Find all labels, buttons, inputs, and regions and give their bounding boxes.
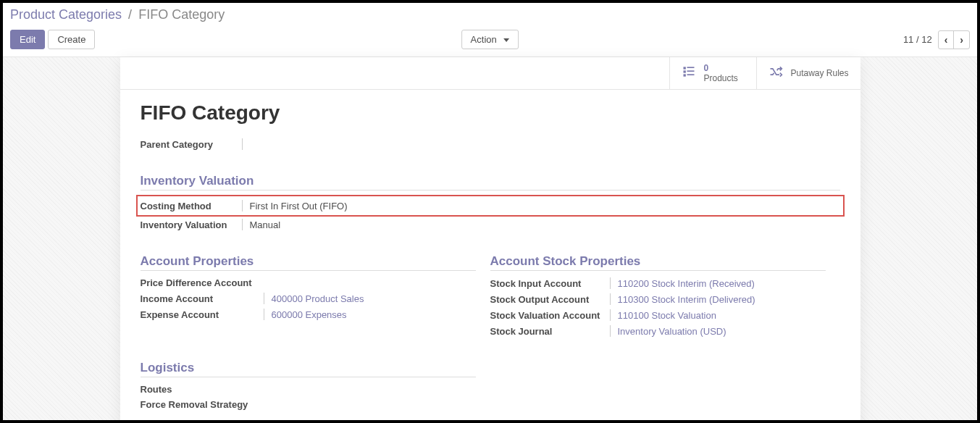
expense-account-label: Expense Account — [141, 309, 264, 320]
inventory-valuation-value: Manual — [250, 219, 281, 230]
list-icon — [682, 64, 696, 83]
inventory-valuation-section: Inventory Valuation — [141, 174, 840, 190]
svg-rect-0 — [684, 67, 686, 69]
separator — [610, 293, 611, 305]
products-stat-button[interactable]: 0 Products — [669, 57, 756, 89]
separator — [264, 309, 264, 320]
create-button[interactable]: Create — [48, 30, 95, 49]
breadcrumb-separator: / — [128, 7, 132, 22]
routes-label: Routes — [141, 384, 264, 395]
costing-method-label: Costing Method — [141, 201, 242, 212]
svg-rect-5 — [687, 74, 695, 75]
toolbar: Edit Create Action 11 / 12 ‹ › — [3, 25, 977, 57]
inventory-valuation-label: Inventory Valuation — [141, 219, 242, 230]
account-stock-section: Account Stock Properties — [490, 254, 826, 271]
separator — [242, 200, 243, 212]
costing-method-highlight: Costing Method First In First Out (FIFO) — [136, 195, 845, 217]
stock-output-value[interactable]: 110300 Stock Interim (Delivered) — [618, 294, 755, 305]
costing-method-value: First In First Out (FIFO) — [250, 201, 348, 212]
stock-output-label: Stock Output Account — [490, 294, 610, 305]
breadcrumb-parent[interactable]: Product Categories — [10, 7, 122, 22]
pager-prev-button[interactable]: ‹ — [939, 31, 954, 49]
stock-input-label: Stock Input Account — [490, 278, 610, 289]
separator — [610, 325, 611, 337]
separator — [264, 293, 264, 304]
price-diff-label: Price Difference Account — [141, 277, 264, 288]
separator — [610, 309, 611, 321]
logistics-section: Logistics — [141, 361, 476, 377]
form-sheet: 0 Products Putaway Rules FIFO Category — [120, 57, 860, 423]
putaway-rules-stat-button[interactable]: Putaway Rules — [756, 57, 860, 89]
income-account-label: Income Account — [141, 293, 264, 304]
edit-button[interactable]: Edit — [10, 30, 45, 49]
svg-rect-3 — [687, 70, 695, 72]
products-count: 0 — [703, 63, 737, 73]
separator — [242, 219, 243, 230]
shuffle-icon — [768, 64, 783, 83]
parent-category-label: Parent Category — [141, 139, 242, 150]
page-title: FIFO Category — [141, 101, 840, 125]
breadcrumb: Product Categories / FIFO Category — [3, 3, 977, 25]
removal-strategy-label: Force Removal Strategy — [141, 399, 264, 410]
svg-rect-4 — [684, 74, 686, 76]
action-label: Action — [471, 34, 497, 45]
pager: 11 / 12 ‹ › — [903, 30, 970, 49]
breadcrumb-current: FIFO Category — [138, 7, 225, 22]
stock-valuation-value[interactable]: 110100 Stock Valuation — [618, 310, 716, 321]
action-dropdown[interactable]: Action — [461, 30, 519, 49]
pager-count: 11 / 12 — [903, 34, 932, 45]
stock-input-value[interactable]: 110200 Stock Interim (Received) — [618, 278, 755, 289]
svg-rect-1 — [687, 67, 695, 68]
stock-journal-value[interactable]: Inventory Valuation (USD) — [618, 326, 726, 337]
chevron-down-icon — [503, 38, 509, 42]
account-properties-section: Account Properties — [141, 254, 476, 271]
svg-rect-2 — [684, 70, 686, 72]
separator — [242, 138, 243, 150]
income-account-value[interactable]: 400000 Product Sales — [272, 293, 364, 304]
expense-account-value[interactable]: 600000 Expenses — [272, 309, 347, 320]
products-label: Products — [703, 73, 737, 83]
separator — [610, 277, 611, 289]
stock-valuation-label: Stock Valuation Account — [490, 310, 610, 321]
putaway-label: Putaway Rules — [790, 68, 848, 78]
stock-journal-label: Stock Journal — [490, 326, 610, 337]
pager-next-button[interactable]: › — [953, 31, 969, 49]
